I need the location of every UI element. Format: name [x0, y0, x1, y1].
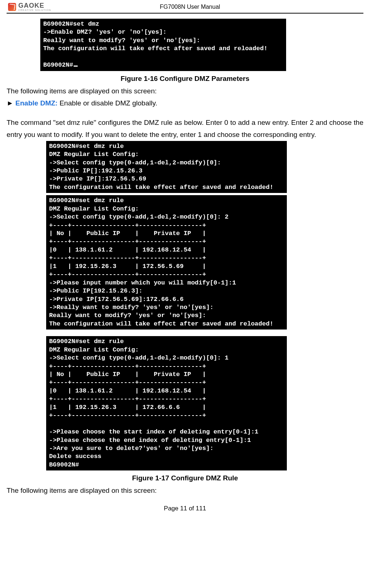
terminal-2-text: BG9002N#set dmz rule DMZ Regular List Co…: [49, 143, 273, 191]
figure-caption-1: Figure 1-16 Configure DMZ Parameters: [7, 75, 363, 83]
logo-mark-icon: [8, 3, 16, 11]
doc-title: FG7008N User Manual: [51, 4, 362, 10]
terminal-screenshot-3: BG9002N#set dmz rule DMZ Regular List Co…: [46, 195, 287, 330]
figure-caption-2: Figure 1-17 Configure DMZ Rule: [7, 474, 363, 482]
logo-text-block: GAOKE CREATIVE SOLUTION: [18, 2, 51, 11]
terminal-screenshot-4: BG9002N#set dmz rule DMZ Regular List Co…: [46, 336, 287, 470]
page-header: GAOKE CREATIVE SOLUTION FG7008N User Man…: [7, 0, 363, 12]
terminal-4-text: BG9002N#set dmz rule DMZ Regular List Co…: [49, 338, 258, 468]
page-root: GAOKE CREATIVE SOLUTION FG7008N User Man…: [0, 0, 370, 527]
paragraph-set-dmz-rule: The command "set dmz rule" configures th…: [7, 116, 363, 141]
logo-tagline: CREATIVE SOLUTION: [18, 9, 51, 11]
page-footer: Page 11 of 111: [7, 505, 363, 512]
paragraph-items-intro-2: The following items are displayed on thi…: [7, 484, 363, 496]
enable-dmz-label: Enable DMZ:: [15, 99, 58, 107]
logo-name: GAOKE: [18, 2, 51, 9]
terminal-screenshot-1: BG9002N#set dmz ->Enable DMZ? 'yes' or '…: [40, 19, 286, 71]
terminal-1-text: BG9002N#set dmz ->Enable DMZ? 'yes' or '…: [43, 21, 267, 68]
cursor-icon: [74, 66, 78, 67]
header-rule: [7, 13, 363, 14]
bullet-icon: ►: [7, 99, 15, 107]
enable-dmz-desc: Enable or disable DMZ globally.: [58, 99, 157, 107]
paragraph-enable-dmz: ► Enable DMZ: Enable or disable DMZ glob…: [7, 97, 363, 109]
terminal-3-text: BG9002N#set dmz rule DMZ Regular List Co…: [49, 197, 273, 327]
terminal-screenshot-2: BG9002N#set dmz rule DMZ Regular List Co…: [46, 141, 287, 193]
spacer: [7, 109, 363, 116]
paragraph-items-intro: The following items are displayed on thi…: [7, 85, 363, 97]
brand-logo: GAOKE CREATIVE SOLUTION: [8, 2, 51, 11]
